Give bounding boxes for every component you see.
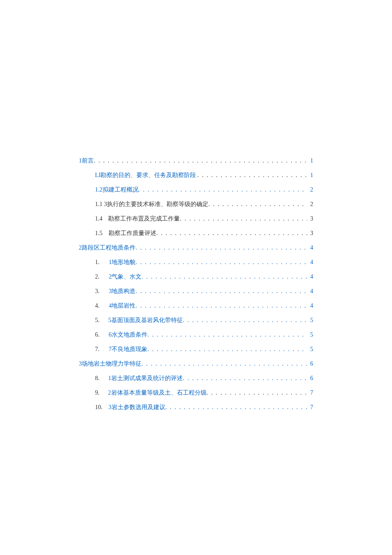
- toc-page-number[interactable]: 5: [307, 346, 313, 352]
- toc-entry: 1.1 3执行的主要技术标准、勘察等级的确定. . . . . . . . . …: [79, 201, 313, 207]
- toc-entry: 9.2岩体基本质量等级及土、石工程分级. . . . . . . . . . .…: [79, 390, 313, 396]
- toc-page-number: 3: [307, 216, 313, 222]
- toc-dot-leader: . . . . . . . . . . . . . . . . . . . . …: [135, 245, 307, 251]
- toc-title[interactable]: 1岩土测试成果及统计的评述: [108, 375, 183, 381]
- toc-page-number[interactable]: 4: [307, 288, 313, 294]
- toc-dot-leader: . . . . . . . . . . . . . . . . . . . . …: [138, 187, 308, 193]
- toc-title[interactable]: 4地层岩性: [109, 303, 135, 309]
- toc-page-number[interactable]: 4: [307, 245, 313, 251]
- toc-entry: 2.2气象、水文. . . . . . . . . . . . . . . . …: [79, 274, 313, 280]
- toc-marker: 6.: [95, 332, 107, 338]
- toc-title[interactable]: LI勘察的目的、要求、任务及勘察阶段: [95, 172, 196, 178]
- toc-entry: 4.4地层岩性. . . . . . . . . . . . . . . . .…: [79, 303, 313, 309]
- toc-title[interactable]: 7不良地质现象: [109, 346, 147, 352]
- toc-title[interactable]: 5基面顶面及基岩风化带特征: [108, 317, 183, 323]
- toc-page-number[interactable]: 4: [307, 274, 313, 280]
- toc-entry: 1.5勘察工作质量评述. . . . . . . . . . . . . . .…: [79, 230, 313, 236]
- toc-marker: 5.: [95, 317, 107, 323]
- toc-page-number[interactable]: 1: [307, 158, 313, 164]
- toc-dot-leader: . . . . . . . . . . . . . . . . . . . . …: [180, 216, 307, 222]
- toc-marker: 8.: [95, 375, 107, 381]
- toc-dot-leader: . . . . . . . . . . . . . . . . . . . . …: [141, 274, 307, 280]
- toc-page-number: 3: [307, 230, 313, 236]
- toc-dot-leader: . . . . . . . . . . . . . . . . . . . . …: [135, 303, 307, 309]
- toc-title[interactable]: 6水文地质条件: [109, 332, 147, 338]
- toc-entry: 1前言. . . . . . . . . . . . . . . . . . .…: [79, 158, 313, 164]
- toc-page-number: 2: [307, 201, 313, 207]
- toc-marker: 9.: [95, 390, 107, 396]
- toc-entry: 7.7不良地质现象. . . . . . . . . . . . . . . .…: [79, 346, 313, 352]
- toc-title[interactable]: 2路段区工程地质条件: [79, 245, 135, 251]
- toc-dot-leader: . . . . . . . . . . . . . . . . . . . . …: [135, 259, 307, 265]
- document-page: 1前言. . . . . . . . . . . . . . . . . . .…: [0, 0, 392, 555]
- toc-dot-leader: . . . . . . . . . . . . . . . . . . . . …: [156, 230, 307, 236]
- toc-title: 勘察工作布置及完成工作量: [108, 216, 180, 222]
- toc-marker: 1.4: [95, 216, 107, 222]
- toc-marker: 10.: [95, 404, 107, 410]
- toc-dot-leader: . . . . . . . . . . . . . . . . . . . . …: [208, 201, 307, 207]
- toc-marker: 7.: [95, 346, 107, 352]
- toc-entry: 3.3地质构造. . . . . . . . . . . . . . . . .…: [79, 288, 313, 294]
- toc-title[interactable]: 2岩体基本质量等级及土、石工程分级: [108, 390, 207, 396]
- toc-dot-leader: . . . . . . . . . . . . . . . . . . . . …: [135, 288, 307, 294]
- toc-page-number[interactable]: 7: [307, 390, 313, 396]
- toc-page-number[interactable]: 1: [307, 172, 313, 178]
- toc-marker: 1.: [95, 259, 107, 265]
- toc-entry: LI勘察的目的、要求、任务及勘察阶段. . . . . . . . . . . …: [79, 172, 313, 178]
- toc-title[interactable]: 3地质构造: [109, 288, 135, 294]
- toc-entry: 6.6水文地质条件. . . . . . . . . . . . . . . .…: [79, 332, 313, 338]
- toc-entry: 1.1地形地貌. . . . . . . . . . . . . . . . .…: [79, 259, 313, 265]
- toc-entry: 1.4勘察工作布置及完成工作量. . . . . . . . . . . . .…: [79, 216, 313, 222]
- toc-entry: 1.2拟建工程概况. . . . . . . . . . . . . . . .…: [79, 187, 313, 193]
- toc-title[interactable]: 1前言: [79, 158, 94, 164]
- toc-page-number[interactable]: 5: [307, 332, 313, 338]
- toc-dot-leader: . . . . . . . . . . . . . . . . . . . . …: [197, 172, 307, 178]
- toc-dot-leader: . . . . . . . . . . . . . . . . . . . . …: [183, 375, 307, 381]
- toc-title[interactable]: 3岩土参数选用及建议: [109, 404, 165, 410]
- toc-page-number[interactable]: 5: [307, 317, 313, 323]
- table-of-contents: 1前言. . . . . . . . . . . . . . . . . . .…: [79, 158, 313, 410]
- toc-page-number[interactable]: 4: [307, 303, 313, 309]
- toc-marker: 3.: [95, 288, 107, 294]
- toc-marker: 2.: [95, 274, 107, 280]
- toc-marker: 4.: [95, 303, 107, 309]
- toc-title[interactable]: 3场地岩土物理力学特征: [79, 361, 141, 367]
- toc-entry: 10.3岩土参数选用及建议. . . . . . . . . . . . . .…: [79, 404, 313, 410]
- toc-entry: 5.5基面顶面及基岩风化带特征. . . . . . . . . . . . .…: [79, 317, 313, 323]
- toc-dot-leader: . . . . . . . . . . . . . . . . . . . . …: [183, 317, 307, 323]
- toc-dot-leader: . . . . . . . . . . . . . . . . . . . . …: [147, 332, 307, 338]
- toc-page-number[interactable]: 6: [307, 361, 313, 367]
- toc-dot-leader: . . . . . . . . . . . . . . . . . . . . …: [141, 361, 307, 367]
- toc-dot-leader: . . . . . . . . . . . . . . . . . . . . …: [207, 390, 307, 396]
- toc-entry: 3场地岩土物理力学特征. . . . . . . . . . . . . . .…: [79, 361, 313, 367]
- toc-page-number[interactable]: 7: [307, 404, 313, 410]
- toc-title[interactable]: 1地形地貌: [109, 259, 135, 265]
- toc-entry: 2路段区工程地质条件. . . . . . . . . . . . . . . …: [79, 245, 313, 251]
- toc-dot-leader: . . . . . . . . . . . . . . . . . . . . …: [147, 346, 307, 352]
- toc-title[interactable]: 2气象、水文: [109, 274, 141, 280]
- toc-title: 1.1 3执行的主要技术标准、勘察等级的确定: [95, 201, 208, 207]
- toc-dot-leader: . . . . . . . . . . . . . . . . . . . . …: [94, 158, 307, 164]
- toc-dot-leader: . . . . . . . . . . . . . . . . . . . . …: [165, 404, 307, 410]
- toc-marker: 1.5: [95, 230, 107, 236]
- toc-entry: 8.1岩土测试成果及统计的评述. . . . . . . . . . . . .…: [79, 375, 313, 381]
- toc-page-number[interactable]: 4: [307, 259, 313, 265]
- toc-title[interactable]: 1.2拟建工程概况: [95, 187, 138, 193]
- toc-title: 勘察工作质量评述: [109, 230, 156, 236]
- toc-page-number[interactable]: 2: [307, 187, 313, 193]
- toc-page-number[interactable]: 6: [307, 375, 313, 381]
